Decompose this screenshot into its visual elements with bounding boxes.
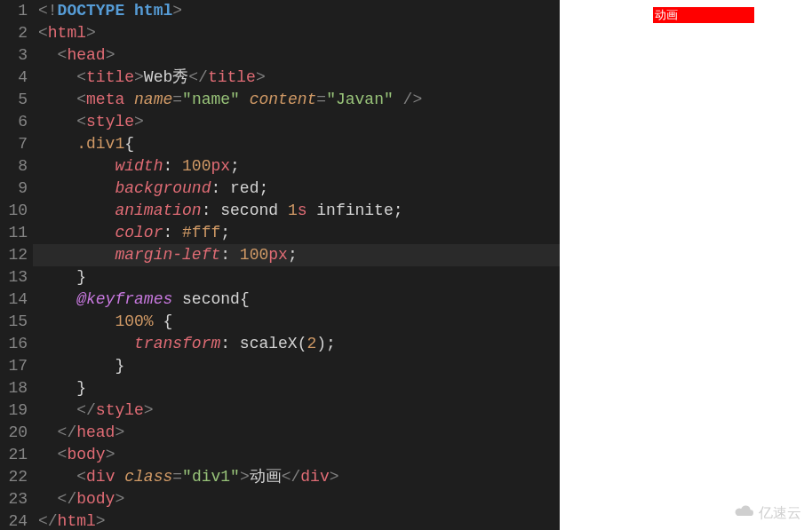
code-line[interactable]: <!DOCTYPE html> (33, 0, 560, 22)
line-number: 2 (0, 22, 28, 44)
code-line[interactable]: </body> (33, 488, 560, 510)
code-line[interactable]: width: 100px; (33, 155, 560, 178)
code-line[interactable]: color: #fff; (33, 222, 560, 244)
line-number: 9 (0, 178, 28, 200)
line-number: 10 (0, 200, 28, 222)
line-number: 6 (0, 111, 28, 133)
line-number: 17 (0, 355, 28, 377)
line-number: 21 (0, 444, 28, 466)
line-number: 4 (0, 67, 28, 89)
line-number: 5 (0, 89, 28, 111)
line-number: 11 (0, 222, 28, 244)
code-line[interactable]: <div class="div1">动画</div> (33, 466, 560, 488)
line-number: 19 (0, 399, 28, 422)
code-line[interactable]: <head> (33, 44, 560, 67)
line-number: 3 (0, 44, 28, 67)
line-number-gutter: 123456789101112131415161718192021222324 (0, 0, 33, 530)
line-number: 1 (0, 0, 28, 22)
code-line[interactable]: margin-left: 100px; (33, 244, 560, 266)
code-line[interactable]: <meta name="name" content="Javan" /> (33, 89, 560, 111)
code-line[interactable]: transform: scaleX(2); (33, 333, 560, 355)
line-number: 13 (0, 266, 28, 289)
code-line[interactable]: </style> (33, 399, 560, 422)
line-number: 12 (0, 244, 28, 266)
code-line[interactable]: </html> (33, 510, 560, 530)
line-number: 7 (0, 133, 28, 155)
watermark: 亿速云 (734, 504, 801, 523)
code-line[interactable]: animation: second 1s infinite; (33, 200, 560, 222)
code-line[interactable]: <style> (33, 111, 560, 133)
code-line[interactable]: <body> (33, 444, 560, 466)
rendered-div1: 动画 (653, 7, 754, 23)
cloud-icon (734, 505, 755, 523)
line-number: 15 (0, 311, 28, 333)
line-number: 20 (0, 422, 28, 444)
line-number: 23 (0, 488, 28, 510)
code-line[interactable]: <html> (33, 22, 560, 44)
code-line[interactable]: <title>Web秀</title> (33, 67, 560, 89)
watermark-text: 亿速云 (759, 504, 801, 523)
code-line[interactable]: } (33, 266, 560, 289)
line-number: 18 (0, 377, 28, 399)
browser-preview: 动画 亿速云 (560, 0, 812, 530)
code-editor[interactable]: 123456789101112131415161718192021222324 … (0, 0, 560, 530)
line-number: 8 (0, 155, 28, 178)
line-number: 14 (0, 289, 28, 311)
code-line[interactable]: background: red; (33, 178, 560, 200)
code-line[interactable]: 100% { (33, 311, 560, 333)
split-container: 123456789101112131415161718192021222324 … (0, 0, 812, 530)
line-number: 22 (0, 466, 28, 488)
code-line[interactable]: .div1{ (33, 133, 560, 155)
code-line[interactable]: @keyframes second{ (33, 289, 560, 311)
line-number: 16 (0, 333, 28, 355)
code-line[interactable]: </head> (33, 422, 560, 444)
code-content[interactable]: <!DOCTYPE html><html> <head> <title>Web秀… (33, 0, 560, 530)
line-number: 24 (0, 510, 28, 530)
code-line[interactable]: } (33, 377, 560, 399)
code-line[interactable]: } (33, 355, 560, 377)
